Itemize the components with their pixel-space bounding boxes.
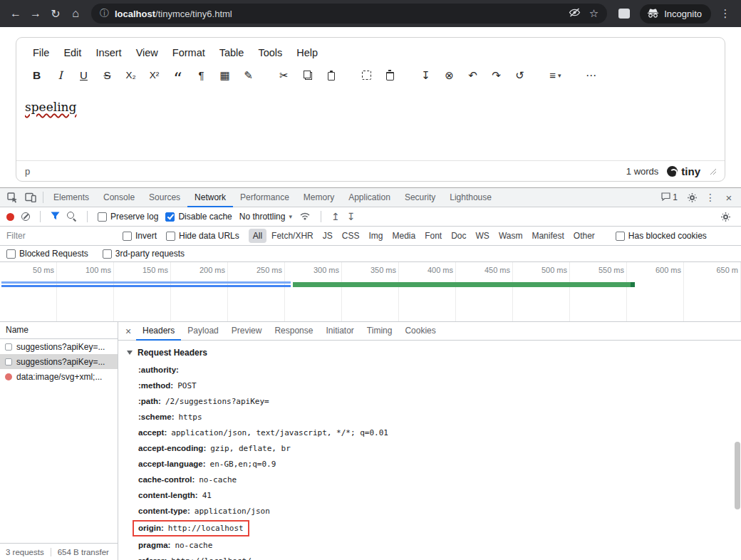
detail-tab-initiator[interactable]: Initiator xyxy=(319,322,360,341)
more-options-button[interactable]: ⋯ xyxy=(581,66,601,85)
network-overview-timeline[interactable]: 50 ms100 ms150 ms200 ms250 ms300 ms350 m… xyxy=(0,262,741,322)
detail-tab-preview[interactable]: Preview xyxy=(225,322,269,341)
resource-type-filter[interactable]: CSS xyxy=(338,229,364,243)
resource-type-filter[interactable]: Doc xyxy=(447,229,470,243)
blockquote-button[interactable]: “ xyxy=(168,66,187,85)
resource-type-filter[interactable]: Img xyxy=(364,229,387,243)
resource-type-filter[interactable]: Other xyxy=(569,229,599,243)
reload-icon[interactable]: ↻ xyxy=(46,4,66,24)
devtools-settings-icon[interactable] xyxy=(683,188,701,207)
network-conditions-icon[interactable] xyxy=(299,212,311,222)
device-toolbar-icon[interactable] xyxy=(21,188,40,207)
detail-tab-response[interactable]: Response xyxy=(268,322,319,341)
hide-data-urls-checkbox[interactable]: Hide data URLs xyxy=(166,231,239,241)
permanent-pen-button[interactable]: ✎ xyxy=(239,66,258,85)
underline-button[interactable]: U xyxy=(74,66,93,85)
menu-help[interactable]: Help xyxy=(290,43,324,62)
detail-tab-timing[interactable]: Timing xyxy=(361,322,399,341)
name-column-header[interactable]: Name xyxy=(0,322,118,339)
eye-off-icon[interactable] xyxy=(569,7,581,20)
misspelled-word[interactable]: speeling xyxy=(25,100,76,114)
devtools-close-icon[interactable]: × xyxy=(720,188,738,207)
bold-button[interactable]: B xyxy=(27,66,46,85)
tab-console[interactable]: Console xyxy=(96,188,142,207)
restore-draft-button[interactable]: ↺ xyxy=(510,66,529,85)
inspect-element-icon[interactable] xyxy=(3,188,21,207)
tab-network[interactable]: Network xyxy=(187,188,233,207)
tab-sources[interactable]: Sources xyxy=(142,188,187,207)
blocked-requests-checkbox[interactable]: Blocked Requests xyxy=(6,249,88,259)
italic-button[interactable]: I xyxy=(51,66,70,85)
filter-funnel-icon[interactable] xyxy=(51,212,60,222)
forward-icon[interactable]: → xyxy=(26,4,46,24)
throttling-select[interactable]: No throttling▾ xyxy=(239,212,292,222)
tab-lighthouse[interactable]: Lighthouse xyxy=(442,188,499,207)
delete-button[interactable] xyxy=(380,66,400,85)
strikethrough-button[interactable]: S xyxy=(98,66,117,85)
address-bar[interactable]: ⓘ localhost/tinymce/tiny6.html ☆ xyxy=(91,4,607,24)
request-row[interactable]: data:image/svg+xml;... xyxy=(0,369,118,384)
sc rollbar-thumb[interactable] xyxy=(735,442,740,509)
menu-insert[interactable]: Insert xyxy=(89,43,128,62)
details-scrollbar[interactable] xyxy=(733,341,741,560)
disable-cache-checkbox[interactable]: Disable cache xyxy=(165,212,232,222)
invert-checkbox[interactable]: Invert xyxy=(123,231,157,241)
import-har-icon[interactable]: ↥ xyxy=(331,211,340,222)
network-filter-input[interactable] xyxy=(6,231,113,241)
resource-type-filter[interactable]: All xyxy=(249,229,266,243)
request-row[interactable]: suggestions?apiKey=... xyxy=(0,339,118,354)
detail-tab-cookies[interactable]: Cookies xyxy=(398,322,442,341)
redo-button[interactable]: ↷ xyxy=(487,66,506,85)
browser-menu-icon[interactable]: ⋮ xyxy=(715,4,735,24)
tiny-logo[interactable]: tiny xyxy=(667,165,700,177)
export-har-icon[interactable]: ↧ xyxy=(347,211,356,222)
subscript-button[interactable]: X₂ xyxy=(121,66,140,85)
menu-table[interactable]: Table xyxy=(213,43,251,62)
menu-edit[interactable]: Edit xyxy=(57,43,88,62)
site-info-icon[interactable]: ⓘ xyxy=(100,7,109,20)
remove-format-button[interactable]: ⊗ xyxy=(440,66,459,85)
tab-application[interactable]: Application xyxy=(341,188,398,207)
tab-security[interactable]: Security xyxy=(398,188,442,207)
detail-tab-headers[interactable]: Headers xyxy=(136,322,181,341)
third-party-requests-checkbox[interactable]: 3rd-party requests xyxy=(103,249,185,259)
preserve-log-checkbox[interactable]: Preserve log xyxy=(98,212,158,222)
resource-type-filter[interactable]: Wasm xyxy=(494,229,527,243)
resize-handle-icon[interactable] xyxy=(709,167,716,175)
detail-tab-payload[interactable]: Payload xyxy=(181,322,224,341)
has-blocked-cookies-checkbox[interactable]: Has blocked cookies xyxy=(616,231,707,241)
insert-image-button[interactable]: ▦ xyxy=(215,66,234,85)
request-headers-section-toggle[interactable]: Request Headers xyxy=(127,345,725,362)
side-panel-icon[interactable] xyxy=(618,9,630,19)
menu-view[interactable]: View xyxy=(130,43,165,62)
word-count[interactable]: 1 words xyxy=(626,166,659,177)
paste-button[interactable] xyxy=(321,66,341,85)
network-settings-icon[interactable] xyxy=(716,207,735,226)
back-icon[interactable]: ← xyxy=(6,4,26,24)
align-button[interactable]: ≡▾ xyxy=(546,66,565,85)
menu-tools[interactable]: Tools xyxy=(252,43,289,62)
resource-type-filter[interactable]: JS xyxy=(318,229,337,243)
close-details-icon[interactable]: × xyxy=(120,322,136,341)
devtools-menu-icon[interactable]: ⋮ xyxy=(701,188,720,207)
menu-file[interactable]: File xyxy=(26,43,56,62)
request-row[interactable]: suggestions?apiKey=... xyxy=(0,354,118,369)
copy-button[interactable] xyxy=(298,66,317,85)
format-paragraph-button[interactable]: ¶ xyxy=(192,66,211,85)
search-icon[interactable] xyxy=(67,212,77,222)
bookmark-star-icon[interactable]: ☆ xyxy=(589,7,598,20)
record-network-log-button[interactable] xyxy=(6,213,14,221)
resource-type-filter[interactable]: WS xyxy=(472,229,494,243)
menu-format[interactable]: Format xyxy=(166,43,212,62)
cut-button[interactable]: ✂ xyxy=(274,66,294,85)
superscript-button[interactable]: X² xyxy=(145,66,164,85)
tab-elements[interactable]: Elements xyxy=(46,188,96,207)
element-path[interactable]: p xyxy=(25,166,30,177)
resource-type-filter[interactable]: Media xyxy=(388,229,420,243)
resource-type-filter[interactable]: Font xyxy=(420,229,446,243)
select-all-button[interactable] xyxy=(357,66,376,85)
resource-type-filter[interactable]: Fetch/XHR xyxy=(267,229,318,243)
editor-content-area[interactable]: speeling xyxy=(16,90,725,160)
tab-memory[interactable]: Memory xyxy=(296,188,341,207)
clear-network-log-button[interactable] xyxy=(21,212,30,221)
